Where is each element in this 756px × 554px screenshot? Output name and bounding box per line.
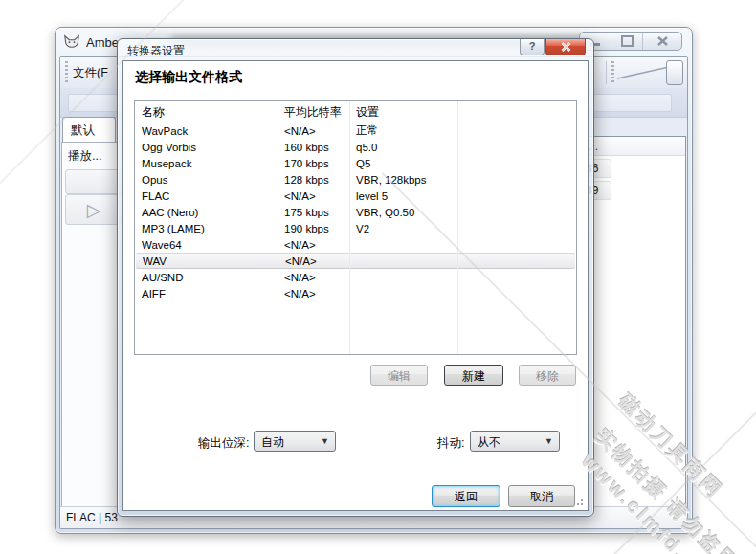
- dialog-client-area: 选择输出文件格式 名称 平均比特率 设置 WavPack<N/A>正常Ogg V…: [122, 60, 589, 511]
- cell-name: Ogg Vorbis: [135, 142, 278, 153]
- tab-default[interactable]: 默认: [62, 117, 116, 142]
- cell-setting: VBR, Q0.50: [349, 207, 457, 218]
- sidebar-play-label[interactable]: 播放...: [68, 148, 101, 165]
- column-header-setting[interactable]: 设置: [349, 101, 457, 122]
- dither-label: 抖动:: [437, 435, 464, 452]
- cell-bitrate: 128 kbps: [278, 174, 349, 186]
- column-separator: [278, 101, 278, 354]
- cell-bitrate: <N/A>: [278, 272, 349, 283]
- cell-setting: VBR, 128kbps: [349, 174, 457, 186]
- table-row[interactable]: Ogg Vorbis160 kbpsq5.0: [135, 139, 576, 155]
- screenshot-stage: Ambe 文件(F: [0, 0, 756, 554]
- cell-name: MP3 (LAME): [135, 223, 278, 234]
- close-window-button[interactable]: [643, 33, 681, 50]
- bit-depth-value: 自动: [261, 434, 284, 451]
- cell-bitrate: 190 kbps: [278, 223, 349, 234]
- table-row[interactable]: AIFF<N/A>: [135, 285, 576, 301]
- table-row[interactable]: WavPack<N/A>正常: [135, 122, 576, 139]
- cell-name: FLAC: [135, 190, 278, 202]
- cell-setting: 正常: [349, 123, 457, 138]
- cell-name: AAC (Nero): [135, 207, 278, 218]
- cell-bitrate: <N/A>: [278, 288, 349, 299]
- table-row[interactable]: WAV<N/A>: [136, 253, 575, 269]
- cell-bitrate: 175 kbps: [278, 207, 349, 218]
- volume-slider-handle[interactable]: [666, 60, 683, 85]
- cell-name: Musepack: [135, 158, 278, 169]
- back-button[interactable]: 返回: [432, 485, 500, 507]
- table-body: WavPack<N/A>正常Ogg Vorbis160 kbpsq5.0Muse…: [135, 122, 576, 301]
- cell-bitrate: 160 kbps: [278, 142, 349, 153]
- column-separator: [349, 101, 350, 354]
- chevron-down-icon: ▼: [321, 436, 329, 446]
- table-row[interactable]: AAC (Nero)175 kbpsVBR, Q0.50: [135, 204, 576, 220]
- cell-name: WAV: [136, 255, 278, 267]
- column-header-bitrate[interactable]: 平均比特率: [278, 101, 349, 122]
- remove-button[interactable]: 移除: [519, 365, 576, 386]
- cell-name: Wave64: [135, 239, 278, 251]
- edit-button[interactable]: 编辑: [370, 365, 428, 386]
- converter-settings-dialog: 转换器设置 ? 选择输出文件格式 名称 平均比特率 设置: [117, 38, 594, 517]
- cell-name: WavPack: [135, 125, 278, 137]
- play-button[interactable]: ▷: [65, 194, 122, 225]
- close-icon: [561, 42, 571, 52]
- sidebar-blank-button[interactable]: [65, 169, 122, 194]
- dither-value: 从不: [478, 434, 500, 451]
- close-icon: [657, 36, 668, 46]
- dialog-title: 转换器设置: [127, 43, 185, 59]
- dialog-titlebar[interactable]: 转换器设置 ?: [118, 39, 593, 60]
- cell-bitrate: <N/A>: [278, 255, 350, 267]
- cancel-button[interactable]: 取消: [508, 485, 575, 507]
- table-row[interactable]: Wave64<N/A>: [135, 236, 576, 253]
- maximize-icon: [621, 35, 634, 47]
- table-row[interactable]: MP3 (LAME)190 kbpsV2: [135, 220, 576, 236]
- column-header-empty: [457, 101, 576, 122]
- cell-bitrate: 170 kbps: [278, 158, 349, 169]
- bit-depth-dropdown[interactable]: 自动 ▼: [254, 431, 336, 452]
- window-title: Ambe: [86, 35, 119, 50]
- toolbar-divider: [606, 61, 607, 84]
- maximize-button[interactable]: [611, 33, 643, 50]
- new-button[interactable]: 新建: [444, 365, 503, 386]
- menu-file[interactable]: 文件(F: [73, 65, 108, 81]
- help-button[interactable]: ?: [520, 39, 545, 55]
- dither-dropdown[interactable]: 从不 ▼: [470, 431, 560, 452]
- playlist-header[interactable]: ...: [583, 137, 685, 156]
- cell-bitrate: <N/A>: [278, 190, 349, 202]
- cell-setting: V2: [349, 223, 457, 234]
- cell-name: Opus: [135, 174, 278, 186]
- cell-name: AIFF: [135, 288, 278, 299]
- window-controls: [579, 32, 682, 51]
- dialog-heading: 选择输出文件格式: [135, 69, 242, 86]
- table-row[interactable]: Musepack170 kbpsQ5: [135, 155, 576, 171]
- playlist-panel: ... 3639: [582, 136, 686, 507]
- cell-setting: q5.0: [349, 142, 457, 153]
- cell-name: AU/SND: [135, 272, 278, 283]
- close-dialog-button[interactable]: [545, 39, 586, 55]
- column-header-name[interactable]: 名称: [135, 101, 278, 122]
- volume-toolbar-grip[interactable]: [611, 61, 614, 84]
- app-logo-icon: [63, 33, 80, 51]
- table-header: 名称 平均比特率 设置: [135, 101, 576, 122]
- volume-slider-track[interactable]: [617, 64, 669, 81]
- column-separator: [457, 101, 458, 354]
- table-row[interactable]: FLAC<N/A>level 5: [135, 188, 576, 204]
- table-row[interactable]: Opus128 kbpsVBR, 128kbps: [135, 171, 576, 188]
- cell-bitrate: <N/A>: [278, 239, 349, 251]
- chevron-down-icon: ▼: [545, 436, 553, 446]
- playlist-items: 3639: [583, 159, 685, 200]
- play-icon: ▷: [87, 201, 101, 219]
- format-table: 名称 平均比特率 设置 WavPack<N/A>正常Ogg Vorbis160 …: [134, 100, 577, 355]
- resize-grip[interactable]: [574, 497, 584, 506]
- table-row[interactable]: AU/SND<N/A>: [135, 269, 576, 285]
- toolbar-grip[interactable]: [65, 61, 68, 84]
- cell-setting: level 5: [349, 190, 457, 202]
- bit-depth-label: 输出位深:: [198, 435, 249, 452]
- cell-setting: Q5: [349, 158, 457, 169]
- status-text: FLAC | 53: [66, 511, 118, 524]
- cell-bitrate: <N/A>: [278, 125, 349, 137]
